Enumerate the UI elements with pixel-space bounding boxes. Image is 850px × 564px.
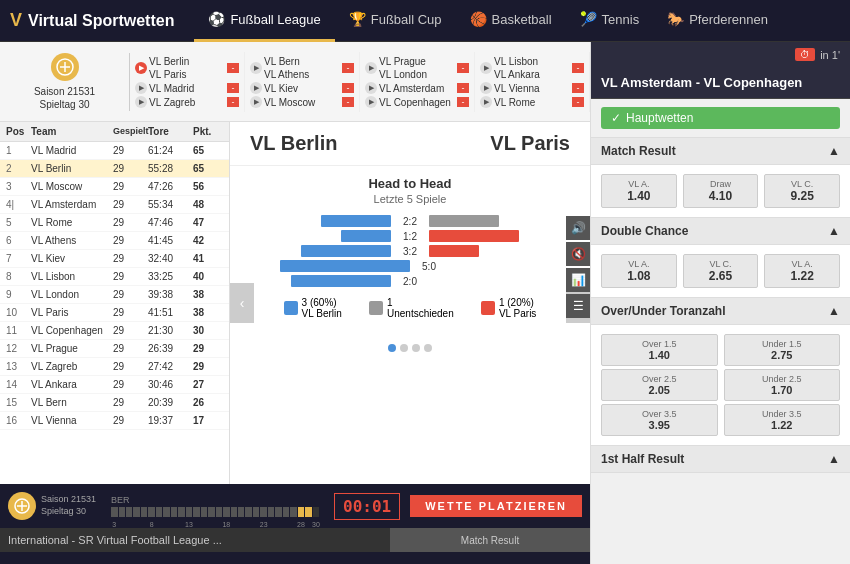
ou-row: Over 2.5 2.05 Under 2.5 1.70 [601,369,840,401]
legend: 3 (60%)VL Berlin 1Unentschieden 1 (20%)V… [270,297,550,319]
progress-tick [171,507,177,517]
match-item[interactable]: ▶ VL Rome - [480,96,584,109]
list-icon[interactable]: ☰ [566,294,590,318]
live-time: in 1' [820,49,840,61]
ou-btn-under[interactable]: Under 2.5 1.70 [724,369,841,401]
play-btn[interactable]: ▶ [135,82,147,94]
h2h-section: Head to Head Letzte 5 Spiele 2:2 [230,166,590,339]
tennis-icon: 🎾 [580,11,597,27]
odds-row-double-chance: VL A. 1.08 VL C. 2.65 VL A. 1.22 [601,254,840,288]
progress-tick [141,507,147,517]
odds-btn-dc-3[interactable]: VL A. 1.22 [764,254,840,288]
table-row[interactable]: 14 VL Ankara 29 30:46 27 [0,376,229,394]
match-item[interactable]: ▶ VL Prague VL London - [365,55,469,81]
play-btn[interactable]: ▶ [135,96,147,108]
match-item[interactable]: ▶ VL Kiev - [250,82,354,95]
double-chance-content: VL A. 1.08 VL C. 2.65 VL A. 1.22 [591,245,850,297]
logo-icon: V [10,10,22,31]
away-team-name: VL Paris [490,132,570,155]
play-btn[interactable]: ▶ [365,82,377,94]
play-btn[interactable]: ▶ [365,96,377,108]
ou-btn-over[interactable]: Over 1.5 1.40 [601,334,718,366]
ou-btn-over[interactable]: Over 2.5 2.05 [601,369,718,401]
section-double-chance[interactable]: Double Chance ▲ [591,217,850,245]
play-btn[interactable]: ▶ [480,82,492,94]
hauptwetten-button[interactable]: ✓ Hauptwetten [601,107,840,129]
table-row[interactable]: 16 VL Vienna 29 19:37 17 [0,412,229,430]
table-row[interactable]: 13 VL Zagreb 29 27:42 29 [0,358,229,376]
table-row[interactable]: 1 VL Madrid 29 61:24 65 [0,142,229,160]
table-row[interactable]: 15 VL Bern 29 20:39 26 [0,394,229,412]
volume-icon[interactable]: 🔊 [566,216,590,240]
tab-pferderennen[interactable]: 🐎 Pferderennen [653,0,782,42]
play-btn[interactable]: ▶ [480,62,492,74]
match-item[interactable]: ▶ VL Berlin VL Paris - [135,55,239,81]
play-btn[interactable]: ▶ [250,82,262,94]
prev-arrow[interactable]: ‹ [230,283,254,323]
section-1st-half[interactable]: 1st Half Result ▲ [591,445,850,473]
fussball-cup-icon: 🏆 [349,11,366,27]
table-row[interactable]: 7 VL Kiev 29 32:40 41 [0,250,229,268]
status-right: Match Result [390,528,590,552]
play-btn[interactable]: ▶ [250,96,262,108]
progress-ticks: 381318232830 [111,507,319,517]
progress-tick [126,507,132,517]
odds-btn-dc-1[interactable]: VL A. 1.08 [601,254,677,288]
table-row[interactable]: 5 VL Rome 29 47:46 47 [0,214,229,232]
odds-btn-home[interactable]: VL A. 1.40 [601,174,677,208]
match-item[interactable]: ▶ VL Copenhagen - [365,96,469,109]
table-row[interactable]: 10 VL Paris 29 41:51 38 [0,304,229,322]
table-row[interactable]: 3 VL Moscow 29 47:26 56 [0,178,229,196]
right-panel: ⏱ in 1' VL Amsterdam - VL Copenhagen ✓ H… [590,42,850,564]
mute-icon[interactable]: 🔇 [566,242,590,266]
table-row[interactable]: 4| VL Amsterdam 29 55:34 48 [0,196,229,214]
match-item[interactable]: ▶ VL Bern VL Athens - [250,55,354,81]
match-item[interactable]: ▶ VL Zagreb - [135,96,239,109]
dot-2[interactable] [400,344,408,352]
match-item[interactable]: ▶ VL Madrid - [135,82,239,95]
tab-fussball-cup[interactable]: 🏆 Fußball Cup [335,0,456,42]
section-over-under[interactable]: Over/Under Toranzahl ▲ [591,297,850,325]
wette-platzieren-button[interactable]: WETTE PLATZIEREN [410,495,582,517]
bar-row-3: 3:2 [280,245,540,257]
match-item[interactable]: ▶ VL Amsterdam - [365,82,469,95]
h2h-title: Head to Head [250,176,570,191]
ou-btn-under[interactable]: Under 1.5 2.75 [724,334,841,366]
play-btn[interactable]: ▶ [250,62,262,74]
play-btn[interactable]: ▶ [365,62,377,74]
progress-tick: 8 [148,507,154,517]
dot-1[interactable] [388,344,396,352]
tab-fussball-league[interactable]: ⚽ Fußball League [194,0,334,42]
section-match-result[interactable]: Match Result ▲ [591,137,850,165]
dot-3[interactable] [412,344,420,352]
h2h-subtitle: Letzte 5 Spiele [250,193,570,205]
play-btn-active[interactable]: ▶ [135,62,147,74]
table-row[interactable]: 2 VL Berlin 29 55:28 65 [0,160,229,178]
pagination-dots [235,344,585,352]
progress-tick [133,507,139,517]
progress-tick [156,507,162,517]
chart-icon[interactable]: 📊 [566,268,590,292]
odds-btn-draw[interactable]: Draw 4.10 [683,174,759,208]
ou-btn-over[interactable]: Over 3.5 3.95 [601,404,718,436]
table-row[interactable]: 12 VL Prague 29 26:39 29 [0,340,229,358]
ou-btn-under[interactable]: Under 3.5 1.22 [724,404,841,436]
match-item[interactable]: ▶ VL Moscow - [250,96,354,109]
table-row[interactable]: 8 VL Lisbon 29 33:25 40 [0,268,229,286]
table-row[interactable]: 6 VL Athens 29 41:45 42 [0,232,229,250]
chevron-up-icon: ▲ [828,224,840,238]
progress-tick: 18 [223,507,229,517]
match-item[interactable]: ▶ VL Lisbon VL Ankara - [480,55,584,81]
ou-rows: Over 1.5 1.40 Under 1.5 2.75 Over 2.5 2.… [601,334,840,436]
bottom-area: Saison 21531 Spieltag 30 BER 38131823283… [0,484,590,564]
right-header: ⏱ in 1' [591,42,850,67]
odds-btn-dc-2[interactable]: VL C. 2.65 [683,254,759,288]
play-btn[interactable]: ▶ [480,96,492,108]
table-row[interactable]: 9 VL London 29 39:38 38 [0,286,229,304]
tab-tennis[interactable]: 🎾 Tennis [566,0,654,42]
match-item[interactable]: ▶ VL Vienna - [480,82,584,95]
tab-basketball[interactable]: 🏀 Basketball [456,0,566,42]
odds-btn-away[interactable]: VL C. 9.25 [764,174,840,208]
dot-4[interactable] [424,344,432,352]
table-row[interactable]: 11 VL Copenhagen 29 21:30 30 [0,322,229,340]
